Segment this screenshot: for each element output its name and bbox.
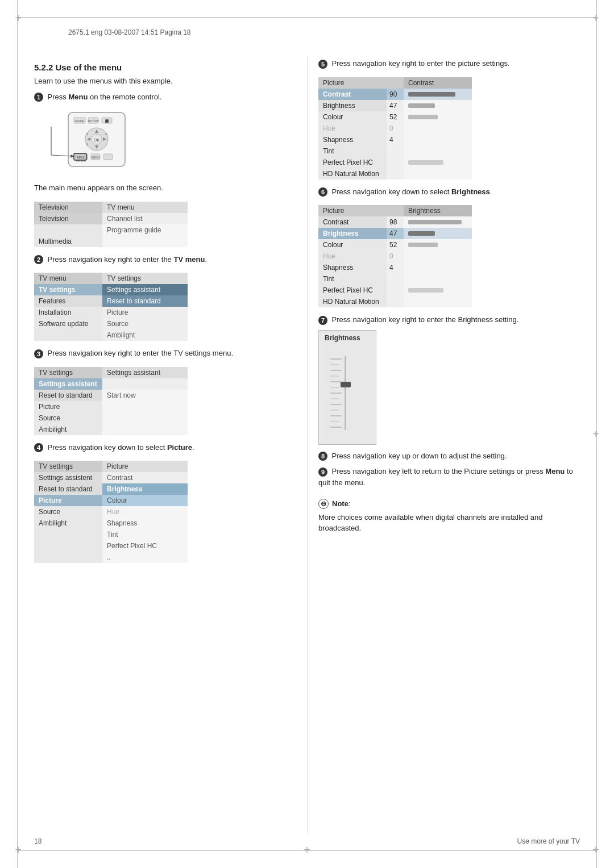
- pic-row5-left: Ambilight: [34, 518, 102, 529]
- br-header-mid: [387, 205, 404, 216]
- tvs2-row2-left: Reset to standard: [34, 390, 102, 401]
- con-row7-left: Perfect Pixel HC: [318, 157, 387, 168]
- tvs2-row1-right: [102, 378, 188, 390]
- tvs2-row5-left: Ambilight: [34, 424, 102, 435]
- svg-point-14: [86, 133, 88, 135]
- br-row3-left: Colour: [318, 239, 387, 251]
- svg-rect-40: [341, 382, 351, 387]
- con-row5-val: 4: [387, 134, 404, 145]
- tvs1-row4-left: Software update: [34, 318, 102, 329]
- con-row7-val: [387, 157, 404, 168]
- note-header: ⊖ Note:: [318, 498, 580, 510]
- pic-row8-right: ..: [102, 552, 188, 563]
- pic-row7-left: [34, 540, 102, 552]
- br-row6-val: [387, 273, 404, 285]
- step1-number: 1: [34, 93, 43, 102]
- tv-settings-2-table: TV settings Settings assistant Settings …: [34, 367, 188, 435]
- pic-row5-right: Shapness: [102, 518, 188, 529]
- tvs1-row1-left: TV settings: [34, 284, 102, 295]
- note-label: Note: [332, 498, 349, 510]
- main-menu-row1-right: Channel list: [102, 213, 188, 224]
- step7-number: 7: [318, 316, 327, 325]
- tvs1-row3-left: Installation: [34, 307, 102, 318]
- con-row3-bar: [404, 111, 472, 123]
- note-icon: ⊖: [318, 499, 329, 509]
- tvs1-row3-right: Picture: [102, 307, 188, 318]
- svg-text:MENU: MENU: [92, 156, 100, 159]
- svg-text:MENU: MENU: [77, 156, 86, 159]
- after-remote-text: The main menu appears on the screen.: [34, 182, 296, 194]
- step7-text: 7 Press navigation key right to enter th…: [318, 314, 580, 326]
- tvs2-row4-left: Source: [34, 412, 102, 424]
- con-row6-left: Tint: [318, 145, 387, 157]
- tvs1-row4-right: Source: [102, 318, 188, 329]
- pic-row3-right: Colour: [102, 495, 188, 506]
- br-row1-left: Contrast: [318, 216, 387, 228]
- step4-number: 4: [34, 443, 43, 452]
- br-row8-val: [387, 296, 404, 307]
- br-row2-val: 47: [387, 228, 404, 239]
- step1-bold: Menu: [68, 93, 88, 101]
- pic-row7-right: Perfect Pixel HC: [102, 540, 188, 552]
- svg-text:⬛: ⬛: [105, 119, 109, 123]
- cross-mid-right: [590, 428, 601, 440]
- tv-settings-1-table: TV menu TV settings TV settings Settings…: [34, 273, 188, 341]
- con-header-right: Contrast: [404, 77, 472, 89]
- br-row7-val: [387, 285, 404, 296]
- brightness-slider-title: Brightness: [325, 334, 370, 342]
- pic-row4-left: Source: [34, 506, 102, 518]
- br-row5-val: 4: [387, 262, 404, 273]
- brightness-slider-box: Brightness: [318, 330, 376, 445]
- br-row4-bar: [404, 251, 472, 262]
- svg-rect-39: [345, 356, 346, 430]
- pic-row2-right: Brightness: [102, 483, 188, 495]
- con-row5-bar: [404, 134, 472, 145]
- br-row3-val: 52: [387, 239, 404, 251]
- content-area: 5.2.2 Use of the menu Learn to use the m…: [34, 57, 580, 834]
- pic-row2-left: Reset to standard: [34, 483, 102, 495]
- svg-text:OK: OK: [94, 138, 99, 142]
- right-column: 5 Press navigation key right to enter th…: [318, 57, 580, 834]
- step1-text: 1 Press Menu on the remote control.: [34, 91, 296, 103]
- br-row6-left: Tint: [318, 273, 387, 285]
- pic-row6-right: Tint: [102, 529, 188, 540]
- pic-row3-left: Picture: [34, 495, 102, 506]
- step6-number: 6: [318, 187, 327, 197]
- main-menu-row2-right: Programme guide: [102, 224, 188, 236]
- main-menu-header-right: TV menu: [102, 202, 188, 213]
- con-row6-bar: [404, 145, 472, 157]
- cross-tl: [13, 12, 24, 24]
- con-row6-val: [387, 145, 404, 157]
- con-row8-left: HD Natural Motion: [318, 168, 387, 180]
- con-row2-left: Brightness: [318, 100, 387, 111]
- pic-header-right: Picture: [102, 461, 188, 472]
- br-row8-left: HD Natural Motion: [318, 296, 387, 307]
- br-row7-bar: [404, 285, 472, 296]
- con-row1-val: 90: [387, 89, 404, 100]
- con-row1-left: Contrast: [318, 89, 387, 100]
- section-title: 5.2.2 Use of the menu: [34, 62, 296, 72]
- con-row4-bar: [404, 123, 472, 134]
- br-row1-bar: [404, 216, 472, 228]
- main-menu-header-left: Television: [34, 202, 102, 213]
- con-row8-val: [387, 168, 404, 180]
- tvs2-row5-right: [102, 424, 188, 435]
- tvs2-row3-left: Picture: [34, 401, 102, 412]
- step9-text: 9 Press navigation key left to return to…: [318, 466, 580, 488]
- pic-row1-left: Settings assistent: [34, 472, 102, 483]
- svg-text:OPTION: OPTION: [88, 119, 99, 123]
- br-row4-left: Hue: [318, 251, 387, 262]
- br-header-left: Picture: [318, 205, 387, 216]
- left-column: 5.2.2 Use of the menu Learn to use the m…: [34, 57, 296, 834]
- note-text: More choices come available when digital…: [318, 512, 580, 534]
- tvs1-row5-right: Ambilight: [102, 329, 188, 341]
- main-menu-row1-left: Television: [34, 213, 102, 224]
- step5-text: 5 Press navigation key right to enter th…: [318, 58, 580, 69]
- br-row8-bar: [404, 296, 472, 307]
- tvs2-row1-left: Settings assistent: [34, 378, 102, 390]
- br-row2-left: Brightness: [318, 228, 387, 239]
- step8-number: 8: [318, 452, 327, 461]
- cross-mid-bottom: [301, 844, 313, 856]
- page-border-top: [17, 17, 597, 18]
- step5-number: 5: [318, 60, 327, 69]
